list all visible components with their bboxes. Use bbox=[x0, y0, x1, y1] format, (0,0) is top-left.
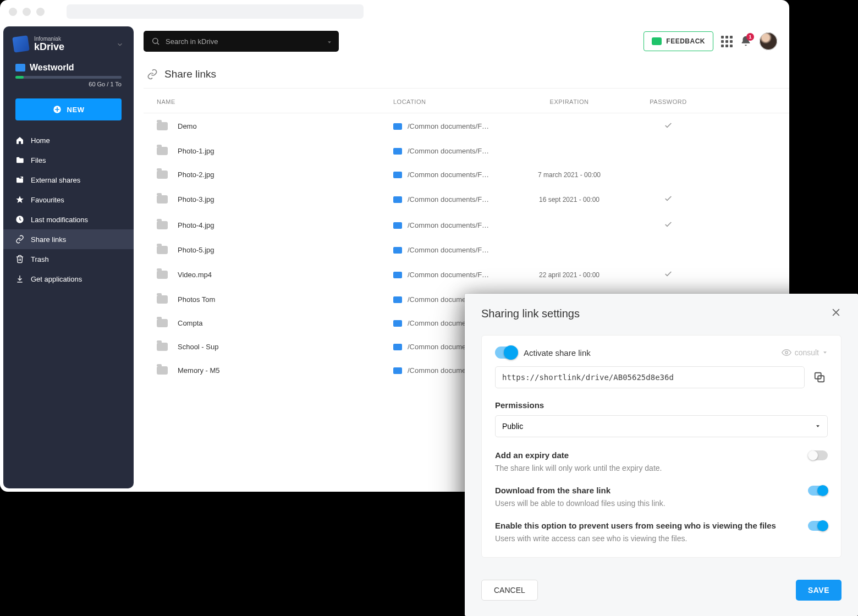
chat-icon bbox=[652, 37, 662, 45]
col-loc[interactable]: LOCATION bbox=[393, 98, 520, 105]
caret-down-icon[interactable] bbox=[327, 38, 332, 47]
table-row[interactable]: Photo-5.jpg /Common documents/Files... bbox=[144, 238, 789, 262]
feedback-button[interactable]: FEEDBACK bbox=[644, 31, 713, 51]
avatar[interactable] bbox=[760, 32, 777, 50]
file-expiration: 22 april 2021 - 00:00 bbox=[520, 271, 619, 279]
col-name[interactable]: NAME bbox=[157, 98, 393, 105]
file-location: /Common documents/Files... bbox=[408, 271, 490, 279]
address-bar[interactable] bbox=[67, 4, 364, 19]
file-name: Photo-4.jpg bbox=[178, 221, 215, 229]
sidebar-item-last-modifications[interactable]: Last modifications bbox=[3, 210, 134, 229]
folder-icon bbox=[157, 319, 168, 327]
sidebar-item-files[interactable]: Files bbox=[3, 150, 134, 170]
window-dot[interactable] bbox=[36, 8, 45, 16]
home-icon bbox=[15, 136, 24, 145]
sidebar-item-external-shares[interactable]: External shares bbox=[3, 170, 134, 190]
folder-icon bbox=[157, 246, 168, 254]
option-toggle[interactable] bbox=[808, 521, 828, 531]
clock-icon bbox=[15, 215, 24, 224]
file-name: Memory - M5 bbox=[178, 366, 220, 375]
file-password bbox=[619, 220, 718, 230]
svg-marker-9 bbox=[823, 351, 827, 353]
folder-icon bbox=[15, 156, 24, 164]
drive-block[interactable]: Westworld 60 Go / 1 To bbox=[3, 57, 134, 91]
file-expiration: 16 sept 2021 - 00:00 bbox=[520, 196, 619, 204]
page-title: Share links bbox=[164, 68, 216, 80]
brand[interactable]: Infomaniak kDrive bbox=[3, 26, 134, 57]
file-password bbox=[619, 121, 718, 131]
table-row[interactable]: Photo-2.jpg /Common documents/Files... 7… bbox=[144, 163, 789, 186]
window-dot[interactable] bbox=[9, 8, 17, 16]
permissions-label: Permissions bbox=[495, 400, 828, 410]
option-title: Enable this option to prevent users from… bbox=[495, 521, 776, 530]
sidebar: Infomaniak kDrive Westworld 60 Go / 1 To… bbox=[3, 26, 134, 488]
sidebar-item-favourites[interactable]: Favourites bbox=[3, 190, 134, 210]
col-pwd[interactable]: PASSWORD bbox=[619, 98, 718, 105]
table-row[interactable]: Photo-1.jpg /Common documents/Files... bbox=[144, 139, 789, 163]
copy-button[interactable] bbox=[811, 369, 828, 386]
sidebar-item-home[interactable]: Home bbox=[3, 130, 134, 150]
star-icon bbox=[15, 195, 24, 204]
activate-toggle[interactable] bbox=[495, 346, 517, 359]
file-name: Demo bbox=[178, 122, 197, 130]
sidebar-item-get-applications[interactable]: Get applications bbox=[3, 269, 134, 289]
col-exp[interactable]: EXPIRATION bbox=[520, 98, 619, 105]
caret-down-icon bbox=[822, 350, 828, 355]
table-header: NAME LOCATION EXPIRATION PASSWORD bbox=[144, 88, 789, 113]
folder-icon bbox=[157, 170, 168, 179]
drive-icon bbox=[393, 172, 402, 178]
option-row: Add an expiry dateThe share link will on… bbox=[495, 450, 828, 472]
sidebar-item-trash[interactable]: Trash bbox=[3, 249, 134, 269]
file-location: /Common documents/Files... bbox=[408, 195, 490, 204]
folder-icon bbox=[157, 195, 168, 204]
drive-icon bbox=[393, 148, 402, 155]
folder-icon bbox=[157, 271, 168, 279]
svg-point-3 bbox=[153, 38, 158, 43]
svg-point-8 bbox=[785, 351, 788, 354]
consult-dropdown[interactable]: consult bbox=[782, 348, 828, 358]
table-row[interactable]: Photo-4.jpg /Common documents/Files... bbox=[144, 212, 789, 238]
sidebar-item-label: Share links bbox=[31, 235, 66, 244]
drive-icon bbox=[393, 320, 402, 327]
close-button[interactable] bbox=[831, 307, 842, 321]
option-title: Add an expiry date bbox=[495, 450, 569, 460]
svg-marker-12 bbox=[816, 425, 820, 427]
chevron-down-icon[interactable] bbox=[116, 41, 124, 50]
drive-icon bbox=[393, 247, 402, 254]
brand-name: kDrive bbox=[34, 41, 64, 52]
permissions-select[interactable]: Public bbox=[495, 415, 828, 437]
folder-icon bbox=[157, 343, 168, 351]
cancel-button[interactable]: CANCEL bbox=[481, 580, 538, 601]
new-button[interactable]: NEW bbox=[15, 98, 122, 120]
apps-menu-icon[interactable] bbox=[721, 36, 732, 47]
page-heading: Share links bbox=[144, 52, 789, 88]
drive-name: Westworld bbox=[30, 63, 74, 73]
sidebar-item-label: Last modifications bbox=[31, 216, 88, 224]
option-title: Download from the share link bbox=[495, 486, 610, 495]
sidebar-item-share-links[interactable]: Share links bbox=[3, 229, 134, 249]
storage-text: 60 Go / 1 To bbox=[15, 81, 122, 87]
modal-title: Sharing link settings bbox=[481, 307, 580, 320]
file-name: School - Sup bbox=[178, 343, 218, 351]
table-row[interactable]: Video.mp4 /Common documents/Files... 22 … bbox=[144, 262, 789, 288]
file-name: Photo-1.jpg bbox=[178, 147, 215, 155]
file-location: /Common documents/Files... bbox=[408, 122, 490, 130]
settings-card: Activate share link consult Permissions … bbox=[481, 335, 842, 558]
drive-icon bbox=[393, 123, 402, 130]
notifications-button[interactable]: 1 bbox=[740, 35, 752, 47]
file-name: Compta bbox=[178, 319, 203, 327]
window-dot[interactable] bbox=[23, 8, 31, 16]
option-toggle[interactable] bbox=[808, 450, 828, 460]
drive-icon bbox=[393, 272, 402, 278]
save-button[interactable]: SAVE bbox=[796, 580, 842, 601]
folder-icon bbox=[157, 122, 168, 130]
table-row[interactable]: Photo-3.jpg /Common documents/Files... 1… bbox=[144, 186, 789, 212]
file-name: Photo-3.jpg bbox=[178, 195, 215, 204]
search-input[interactable]: Search in kDrive bbox=[144, 31, 339, 52]
option-toggle[interactable] bbox=[808, 486, 828, 496]
folder-icon bbox=[157, 221, 168, 229]
share-link-input[interactable] bbox=[495, 366, 805, 388]
folder-icon bbox=[157, 147, 168, 155]
link-icon bbox=[147, 69, 158, 80]
table-row[interactable]: Demo /Common documents/Files... bbox=[144, 113, 789, 139]
